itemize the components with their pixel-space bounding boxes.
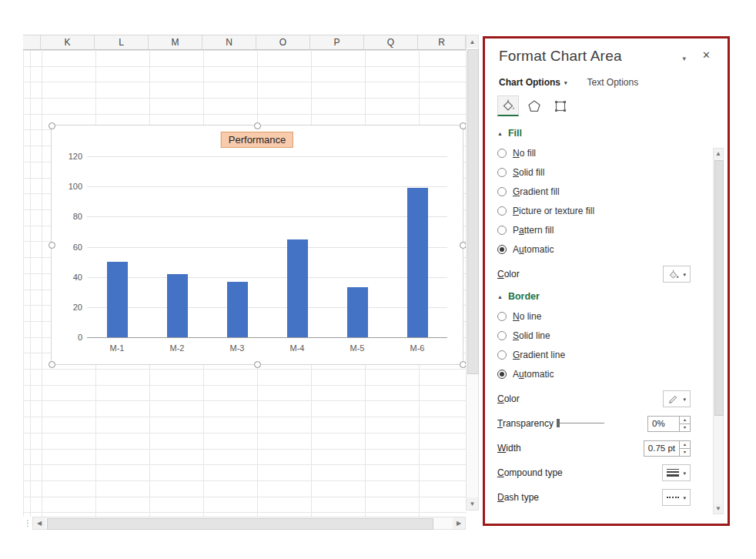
pen-icon	[667, 393, 679, 405]
radio-option-solid-line[interactable]: Solid line	[497, 326, 691, 345]
column-header-Q[interactable]: Q	[364, 35, 418, 50]
transparency-value[interactable]: 0%	[648, 417, 679, 431]
collapse-triangle-icon[interactable]: ▲	[497, 294, 503, 300]
radio-button[interactable]	[497, 168, 507, 177]
column-header-N[interactable]: N	[202, 35, 256, 50]
radio-option-gradient-line[interactable]: Gradient line	[497, 345, 691, 364]
radio-label[interactable]: Solid fill	[513, 167, 544, 178]
pane-scroll-thumb[interactable]	[714, 160, 724, 416]
radio-label[interactable]: Solid line	[513, 330, 550, 341]
column-header-L[interactable]: L	[95, 35, 149, 50]
radio-button[interactable]	[497, 226, 507, 235]
format-pane: Format Chart Area ▾ ✕ Chart Options▾Text…	[483, 36, 730, 526]
pane-scrollbar[interactable]: ▲ ▼	[713, 148, 724, 514]
slider-thumb[interactable]	[557, 419, 560, 427]
column-header-O[interactable]: O	[256, 35, 310, 50]
dash-type-dropdown[interactable]: ▾	[662, 489, 691, 506]
bar-M-3[interactable]	[227, 282, 248, 337]
radio-label[interactable]: Picture or texture fill	[513, 206, 594, 216]
scroll-left-icon[interactable]: ◀	[33, 517, 45, 529]
radio-button[interactable]	[497, 187, 507, 196]
radio-option-pattern-fill[interactable]: Pattern fill	[497, 220, 691, 239]
selection-handle[interactable]	[254, 122, 261, 129]
spinner[interactable]: ▴ ▾	[679, 417, 690, 431]
radio-label[interactable]: Automatic	[513, 369, 554, 380]
spin-down-icon[interactable]: ▾	[680, 449, 690, 456]
radio-button[interactable]	[497, 149, 507, 158]
radio-option-picture-or-texture-fill[interactable]: Picture or texture fill	[497, 201, 691, 220]
radio-label[interactable]: Pattern fill	[513, 225, 554, 236]
column-header-R[interactable]: R	[418, 35, 466, 50]
bar-M-2[interactable]	[167, 274, 188, 337]
section-title[interactable]: Border	[508, 291, 540, 302]
bar-M-4[interactable]	[287, 239, 308, 337]
radio-label[interactable]: Automatic	[513, 244, 554, 255]
bar-M-1[interactable]	[107, 262, 128, 337]
bar-M-5[interactable]	[347, 287, 368, 337]
bar-M-6[interactable]	[407, 188, 428, 337]
column-header-M[interactable]: M	[149, 35, 202, 50]
selection-handle[interactable]	[254, 361, 261, 368]
fill-color-button[interactable]: ▾	[663, 266, 691, 283]
spinner[interactable]: ▴ ▾	[679, 441, 690, 456]
selection-handle[interactable]	[49, 122, 55, 129]
selection-handle[interactable]	[49, 361, 55, 368]
border-section-header[interactable]: ▲ Border	[497, 291, 691, 302]
radio-label[interactable]: Gradient fill	[513, 186, 560, 197]
radio-option-gradient-fill[interactable]: Gradient fill	[497, 182, 691, 201]
y-axis-label: 20	[53, 303, 82, 312]
plot-area[interactable]	[87, 156, 447, 338]
radio-option-no-fill[interactable]: No fill	[497, 143, 691, 162]
tab-chart-options[interactable]: Chart Options▾	[499, 77, 567, 88]
transparency-input[interactable]: 0% ▴ ▾	[647, 416, 691, 432]
column-header-stub[interactable]	[23, 35, 41, 50]
size-properties-icon[interactable]	[550, 95, 571, 116]
spin-down-icon[interactable]: ▾	[680, 424, 690, 431]
spin-up-icon[interactable]: ▴	[680, 441, 690, 449]
category-axis[interactable]: M-1M-2M-3M-4M-5M-6	[87, 343, 447, 353]
effects-pentagon-icon[interactable]	[524, 95, 545, 116]
column-header-P[interactable]: P	[310, 35, 364, 50]
chart-title[interactable]: Performance	[221, 132, 293, 148]
scroll-down-icon[interactable]: ▼	[467, 497, 478, 510]
radio-option-no-line[interactable]: No line	[497, 306, 691, 326]
tab-splitter[interactable]: ⋮	[23, 517, 32, 530]
radio-button[interactable]	[497, 370, 507, 379]
radio-label[interactable]: No fill	[513, 148, 536, 159]
scroll-up-icon[interactable]: ▲	[714, 149, 723, 159]
column-header-K[interactable]: K	[41, 35, 95, 50]
radio-option-automatic[interactable]: Automatic	[497, 364, 691, 383]
pane-dropdown-icon[interactable]: ▾	[682, 55, 686, 62]
radio-button[interactable]	[497, 245, 507, 254]
fill-section-header[interactable]: ▲ Fill	[497, 128, 691, 139]
radio-button[interactable]	[497, 350, 507, 360]
scroll-down-icon[interactable]: ▼	[714, 504, 723, 514]
width-input[interactable]: 0.75 pt ▴ ▾	[644, 440, 691, 457]
tab-text-options[interactable]: Text Options	[587, 77, 639, 88]
radio-button[interactable]	[497, 206, 507, 216]
section-title[interactable]: Fill	[508, 128, 522, 139]
radio-option-solid-fill[interactable]: Solid fill	[497, 162, 691, 182]
transparency-slider[interactable]	[557, 419, 604, 428]
width-value[interactable]: 0.75 pt	[644, 441, 679, 456]
border-color-button[interactable]: ▾	[663, 390, 691, 407]
sheet-vertical-scrollbar[interactable]: ▲ ▼	[466, 35, 479, 510]
close-icon[interactable]: ✕	[702, 49, 711, 61]
fill-line-bucket-icon[interactable]	[497, 95, 519, 116]
scroll-up-icon[interactable]: ▲	[467, 35, 478, 48]
horizontal-scroll-thumb[interactable]	[47, 518, 433, 530]
compound-type-dropdown[interactable]: ▾	[662, 464, 691, 481]
chart[interactable]: Performance 020406080100120 M-1M-2M-3M-4…	[51, 125, 463, 365]
collapse-triangle-icon[interactable]: ▲	[497, 131, 503, 136]
spin-up-icon[interactable]: ▴	[680, 417, 690, 424]
vertical-scroll-thumb[interactable]	[467, 49, 479, 374]
transparency-row: Transparency 0% ▴ ▾	[497, 414, 691, 433]
scroll-right-icon[interactable]: ▶	[453, 517, 465, 529]
radio-label[interactable]: Gradient line	[513, 350, 565, 360]
radio-button[interactable]	[497, 331, 507, 340]
sheet-horizontal-scrollbar[interactable]: ◀ ▶	[32, 517, 466, 530]
radio-option-automatic[interactable]: Automatic	[497, 239, 691, 259]
radio-label[interactable]: No line	[513, 311, 541, 322]
radio-button[interactable]	[497, 312, 507, 321]
dash-line-icon	[667, 497, 679, 498]
